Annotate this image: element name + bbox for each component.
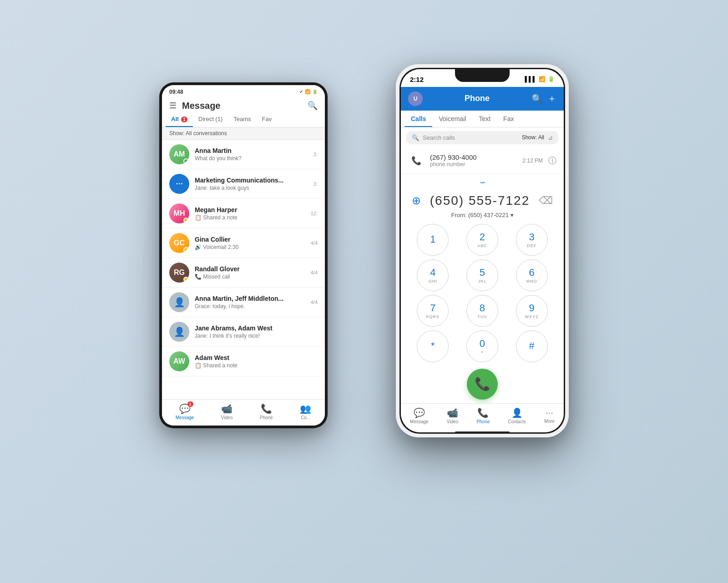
show-all-label: Show: All xyxy=(522,134,544,141)
iphone-tabs: Calls Voicemail Text Fax xyxy=(401,111,564,127)
dial-key-star[interactable]: * xyxy=(417,330,449,362)
dial-key-4[interactable]: 4 GHI xyxy=(417,259,449,291)
conv-time: 3: xyxy=(313,152,318,157)
nav-contacts[interactable]: 👥 Co... xyxy=(300,403,311,420)
iphone-time: 2:12 xyxy=(410,76,424,83)
iphone-status-icons: ▌▌▌ 📶 🔋 xyxy=(525,76,555,82)
android-tabs: All 1 Direct (1) Teams Fav xyxy=(162,111,325,127)
list-item[interactable]: MH Megan Harper 📋 Shared a note 12: xyxy=(162,199,325,228)
video-icon: 📹 xyxy=(447,407,458,418)
conv-name: Gina Collier xyxy=(195,236,305,243)
dial-key-hash[interactable]: # xyxy=(516,330,548,362)
iphone-nav-message[interactable]: 💬 Message xyxy=(410,407,429,424)
conv-name: Anna Martin, Jeff Middleton... xyxy=(195,295,305,302)
tab-all[interactable]: All 1 xyxy=(166,111,193,127)
add-call-button[interactable]: ⊕ xyxy=(412,194,421,207)
dial-key-8[interactable]: 8 TUV xyxy=(466,295,498,327)
dial-key-0[interactable]: 0 + xyxy=(466,330,498,362)
dial-key-6[interactable]: 6 MNO xyxy=(516,259,548,291)
avatar: 👤 xyxy=(169,322,189,342)
iphone-nav-more[interactable]: ··· More xyxy=(544,407,555,424)
conv-time: 12: xyxy=(311,211,318,216)
search-icon: 🔍 xyxy=(412,134,419,141)
nav-message[interactable]: 💬1 Message xyxy=(176,403,194,420)
show-bar: Show: All conversations xyxy=(162,127,325,140)
android-time: 09:48 xyxy=(169,89,183,95)
contacts-icon: 👥 xyxy=(300,403,311,414)
tab-voicemail[interactable]: Voicemail xyxy=(432,111,472,127)
dial-key-9[interactable]: 9 WXYZ xyxy=(516,295,548,327)
avatar: ⋯ xyxy=(169,174,189,194)
menu-button[interactable]: ☰ xyxy=(169,101,177,111)
video-icon: 📹 xyxy=(221,403,233,414)
chevron-up-icon: ⌣ xyxy=(480,177,485,187)
nav-video-label: Video xyxy=(221,415,233,420)
chevron-area: ⌣ xyxy=(401,174,564,190)
list-item[interactable]: 👤 Anna Martin, Jeff Middleton... Grace: … xyxy=(162,288,325,317)
tab-fav[interactable]: Fav xyxy=(257,111,278,127)
tab-text[interactable]: Text xyxy=(472,111,497,127)
dial-key-1[interactable]: 1 xyxy=(417,224,449,256)
battery-icon: 🔋 xyxy=(312,89,318,94)
nav-video[interactable]: 📹 Video xyxy=(221,403,233,420)
call-info-button[interactable]: ⓘ xyxy=(548,155,556,166)
list-item[interactable]: AM Anna Martin What do you think? 3: xyxy=(162,140,325,169)
nav-message-label: Message xyxy=(176,415,194,420)
call-button[interactable]: 📞 xyxy=(467,369,498,400)
android-header: ☰ Message 🔍 xyxy=(162,97,325,111)
dial-key-3[interactable]: 3 DEF xyxy=(516,224,548,256)
conv-time: 4/4 xyxy=(311,240,318,246)
nav-phone[interactable]: 📞 Phone xyxy=(260,403,273,420)
list-item[interactable]: 👤 Jane Abrams, Adam West Jane: I think i… xyxy=(162,317,325,347)
dial-key-5[interactable]: 5 JKL xyxy=(466,259,498,291)
search-icon[interactable]: 🔍 xyxy=(308,101,318,111)
signal-icon: ✓ xyxy=(299,89,303,94)
iphone-nav-contacts[interactable]: 👤 Contacts xyxy=(508,407,526,424)
conv-name: Randall Glover xyxy=(195,265,305,273)
call-item[interactable]: 📞 (267) 930-4000 phone number 2:12 PM ⓘ xyxy=(401,148,564,174)
avatar: RG xyxy=(169,263,189,283)
wifi-icon: 📶 xyxy=(539,76,546,82)
iphone-nav-video[interactable]: 📹 Video xyxy=(447,407,458,424)
tab-direct[interactable]: Direct (1) xyxy=(193,111,228,127)
from-line[interactable]: From: (650) 437-0221 ▾ xyxy=(401,212,564,222)
android-bottom-nav: 💬1 Message 📹 Video 📞 Phone 👥 Co... xyxy=(162,399,325,426)
conv-content: Anna Martin, Jeff Middleton... Grace: to… xyxy=(195,295,305,309)
add-button[interactable]: ＋ xyxy=(547,92,556,105)
call-info: (267) 930-4000 phone number xyxy=(430,153,517,167)
wifi-icon: 📶 xyxy=(305,89,310,94)
dial-key-7[interactable]: 7 PQRS xyxy=(417,295,449,327)
conv-preview: 📞 Missed call xyxy=(195,274,305,280)
call-type-icon: 📞 xyxy=(408,152,425,169)
battery-icon: 🔋 xyxy=(548,76,555,82)
nav-video-label: Video xyxy=(447,419,458,424)
status-dot-yellow xyxy=(183,218,189,223)
search-bar[interactable]: 🔍 Search calls Show: All ⊿ xyxy=(406,131,558,144)
search-button[interactable]: 🔍 xyxy=(531,93,543,104)
phone-icon: 📞 xyxy=(477,407,489,418)
tab-teams[interactable]: Teams xyxy=(228,111,256,127)
dial-number: (650) 555-7122 xyxy=(426,193,533,208)
from-chevron-icon: ▾ xyxy=(511,212,514,218)
user-avatar[interactable]: U xyxy=(408,91,423,106)
conv-name: Adam West xyxy=(195,354,312,361)
filter-icon[interactable]: ⊿ xyxy=(548,134,553,141)
tab-fax[interactable]: Fax xyxy=(497,111,520,127)
conv-time: 4/4 xyxy=(311,270,318,275)
avatar: AM xyxy=(169,144,189,164)
list-item[interactable]: RG Randall Glover 📞 Missed call 4/4 xyxy=(162,258,325,288)
nav-phone-label: Phone xyxy=(260,415,273,420)
list-item[interactable]: AW Adam West 📋 Shared a note xyxy=(162,347,325,376)
conv-content: Jane Abrams, Adam West Jane: I think it'… xyxy=(195,324,312,339)
tab-calls[interactable]: Calls xyxy=(404,111,432,127)
list-item[interactable]: ⋯ Marketing Communications... Jane: take… xyxy=(162,169,325,199)
android-phone: 09:48 ✓ 📶 🔋 ☰ Message 🔍 All 1 Direct (1) xyxy=(159,82,328,428)
dial-key-2[interactable]: 2 ABC xyxy=(466,224,498,256)
list-item[interactable]: GC Gina Collier 🔊 Voicemail 2:30 4/4 xyxy=(162,228,325,258)
backspace-button[interactable]: ⌫ xyxy=(539,195,553,207)
iphone-inner: 2:12 ▌▌▌ 📶 🔋 U Phone 🔍 ＋ Calls xyxy=(399,68,565,434)
iphone-nav-phone[interactable]: 📞 Phone xyxy=(476,407,490,424)
conv-content: Gina Collier 🔊 Voicemail 2:30 xyxy=(195,236,305,250)
message-badge: 1 xyxy=(187,401,193,407)
conv-name: Jane Abrams, Adam West xyxy=(195,324,312,332)
